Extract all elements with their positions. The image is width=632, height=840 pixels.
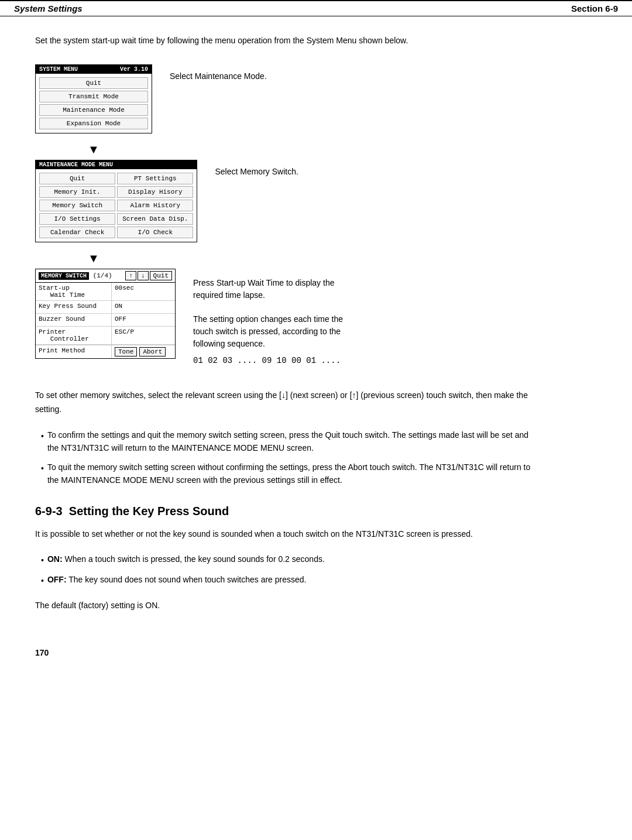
arrow-down-1: ▼ <box>35 143 99 156</box>
maint-display-history[interactable]: Display Hisory <box>117 186 193 198</box>
menu-item-transmit[interactable]: Transmit Mode <box>39 91 148 102</box>
arrow-down-2: ▼ <box>35 252 99 265</box>
memory-switch-box: MEMORY SWITCH (1/4) ↑ ↓ Quit Start-up Wa… <box>35 269 176 359</box>
mem-abort-btn[interactable]: Abort <box>139 347 166 356</box>
section-bullet-on-text: ON: When a touch switch is pressed, the … <box>47 553 325 567</box>
mem-tone-btn[interactable]: Tone <box>115 347 137 356</box>
bullet-dot-1: • <box>41 430 44 455</box>
mem-title: MEMORY SWITCH <box>39 272 89 280</box>
bullet-dot-on: • <box>41 554 44 567</box>
maint-screen-data[interactable]: Screen Data Disp. <box>117 213 193 225</box>
system-menu-panel: SYSTEM MENU Ver 3.10 Quit Transmit Mode … <box>35 64 152 133</box>
section-number: 6-9-3 <box>35 505 63 517</box>
diagrams-section: SYSTEM MENU Ver 3.10 Quit Transmit Mode … <box>35 64 597 371</box>
diagram-row-1: SYSTEM MENU Ver 3.10 Quit Transmit Mode … <box>35 64 267 133</box>
maintenance-menu-panel: MAINTENANCE MODE MENU Quit PT Settings M… <box>35 160 197 242</box>
section-heading: 6-9-3 Setting the Key Press Sound <box>35 505 597 518</box>
menu-item-expansion[interactable]: Expansion Mode <box>39 118 148 129</box>
bullet-dot-2: • <box>41 462 44 487</box>
mem-value-buzzersound[interactable]: OFF <box>112 314 175 326</box>
diagram2-note: Select Memory Switch. <box>215 160 298 178</box>
header-section: Section 6-9 <box>571 4 618 13</box>
mem-subtitle: (1/4) <box>93 272 112 279</box>
mem-row-printer: Printer Controller ESC/P <box>36 327 175 345</box>
diagram3-sequence: 01 02 03 .... 09 10 00 01 .... <box>193 356 357 365</box>
maint-pt-settings[interactable]: PT Settings <box>117 173 193 184</box>
diagram-row-3: MEMORY SWITCH (1/4) ↑ ↓ Quit Start-up Wa… <box>35 269 357 365</box>
section-default: The default (factory) setting is ON. <box>35 599 533 613</box>
system-menu-items: Quit Transmit Mode Maintenance Mode Expa… <box>36 74 152 133</box>
system-menu-title: SYSTEM MENU Ver 3.10 <box>36 65 152 74</box>
page-body: Set the system start-up wait time by fol… <box>0 28 632 636</box>
mem-label-printmethod: Print Method <box>36 345 112 358</box>
diagram-row-2: MAINTENANCE MODE MENU Quit PT Settings M… <box>35 160 298 242</box>
maintenance-menu-title: MAINTENANCE MODE MENU <box>36 160 197 169</box>
maintenance-menu-items: Quit PT Settings Memory Init. Display Hi… <box>36 169 197 242</box>
section-bullet-off-text: OFF: The key sound does not sound when t… <box>47 573 307 587</box>
maintenance-menu-box: MAINTENANCE MODE MENU Quit PT Settings M… <box>35 160 197 242</box>
mem-last-values: Tone Abort <box>112 345 175 358</box>
section-intro: It is possible to set whether or not the… <box>35 527 533 541</box>
maint-memory-init[interactable]: Memory Init. <box>39 186 115 198</box>
mem-label-startup: Start-up Wait Time <box>36 283 112 300</box>
bullet-dot-off: • <box>41 574 44 587</box>
mem-row-keypresssound: Key Press Sound ON <box>36 301 175 314</box>
bullet-text-1: To confirm the settings and quit the mem… <box>47 428 538 455</box>
section-bullet-off: • OFF: The key sound does not sound when… <box>41 573 538 587</box>
section-title: Setting the Key Press Sound <box>69 505 229 517</box>
mem-row-startup: Start-up Wait Time 00sec <box>36 283 175 301</box>
section-bullet-list: • ON: When a touch switch is pressed, th… <box>41 553 538 587</box>
maint-quit[interactable]: Quit <box>39 173 115 184</box>
mem-quit-btn[interactable]: Quit <box>150 271 172 280</box>
header-system-settings: System Settings <box>14 4 83 13</box>
page-number: 170 <box>35 648 49 657</box>
mem-down-btn[interactable]: ↓ <box>138 271 149 280</box>
page-header: System Settings Section 6-9 <box>0 0 632 16</box>
menu-item-maintenance[interactable]: Maintenance Mode <box>39 104 148 116</box>
mem-label-printer: Printer Controller <box>36 327 112 344</box>
body-paragraph: To set other memory switches, select the… <box>35 389 533 417</box>
bullet-list: • To confirm the settings and quit the m… <box>41 428 538 487</box>
section-bullet-on: • ON: When a touch switch is pressed, th… <box>41 553 538 567</box>
diagram3-note-2: The setting option changes each time the… <box>193 307 357 350</box>
bullet-item-1: • To confirm the settings and quit the m… <box>41 428 538 455</box>
maint-calendar-check[interactable]: Calendar Check <box>39 227 115 238</box>
menu-item-quit[interactable]: Quit <box>39 77 148 89</box>
bullet-text-2: To quit the memory switch setting screen… <box>47 461 538 487</box>
mem-header: MEMORY SWITCH (1/4) ↑ ↓ Quit <box>36 269 175 283</box>
diagram3-notes: Press Start-up Wait Time to display the … <box>193 269 357 365</box>
mem-up-btn[interactable]: ↑ <box>125 271 136 280</box>
mem-value-startup[interactable]: 00sec <box>112 283 175 300</box>
mem-row-printmethod: Print Method Tone Abort <box>36 345 175 358</box>
maint-io-check[interactable]: I/O Check <box>117 227 193 238</box>
mem-row-buzzersound: Buzzer Sound OFF <box>36 314 175 327</box>
mem-value-keypresssound[interactable]: ON <box>112 301 175 313</box>
mem-label-keypresssound: Key Press Sound <box>36 301 112 313</box>
maint-memory-switch[interactable]: Memory Switch <box>39 200 115 211</box>
diagram1-note: Select Maintenance Mode. <box>170 64 267 83</box>
mem-label-buzzersound: Buzzer Sound <box>36 314 112 326</box>
mem-value-printer[interactable]: ESC/P <box>112 327 175 344</box>
intro-text: Set the system start-up wait time by fol… <box>35 34 445 47</box>
mem-controls: ↑ ↓ Quit <box>125 271 172 280</box>
maint-alarm-history[interactable]: Alarm History <box>117 200 193 211</box>
system-menu-box: SYSTEM MENU Ver 3.10 Quit Transmit Mode … <box>35 64 152 133</box>
maint-io-settings[interactable]: I/O Settings <box>39 213 115 225</box>
memory-switch-panel: MEMORY SWITCH (1/4) ↑ ↓ Quit Start-up Wa… <box>35 269 176 359</box>
page-footer: 170 <box>0 636 632 669</box>
bullet-item-2: • To quit the memory switch setting scre… <box>41 461 538 487</box>
diagram3-note-1: Press Start-up Wait Time to display the … <box>193 271 357 301</box>
